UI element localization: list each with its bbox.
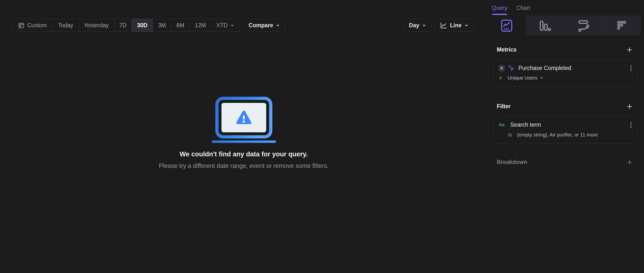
insights-line-icon xyxy=(501,19,512,32)
view-tab-grid-dots[interactable] xyxy=(602,16,641,36)
aggregation-label: Unique Users xyxy=(508,75,537,81)
metrics-title: Metrics xyxy=(497,46,517,53)
date-range-custom[interactable]: Custom xyxy=(12,19,52,32)
tab-chart-label: Chart xyxy=(516,5,530,11)
date-range-30d-selected[interactable]: 30D xyxy=(132,19,152,32)
query-builder-sidebar: Query Chart xyxy=(488,0,644,273)
metric-aggregation-row: # Unique Users xyxy=(498,75,633,81)
calendar-icon xyxy=(18,22,24,29)
line-chart-icon xyxy=(440,21,447,29)
aggregation-dropdown[interactable]: Unique Users xyxy=(508,75,544,81)
metric-card[interactable]: A Purchase Completed # Unique Users xyxy=(493,60,638,86)
granularity-button[interactable]: Day xyxy=(404,19,432,32)
date-range-3m[interactable]: 3M xyxy=(153,19,171,32)
compare-label: Compare xyxy=(248,22,273,29)
view-type-tab-bar xyxy=(488,16,644,36)
metric-letter-badge: A xyxy=(498,65,505,71)
date-range-label: Today xyxy=(58,22,73,29)
breakdown-title: Breakdown xyxy=(497,159,527,165)
empty-state-subtitle: Please try a different date range, event… xyxy=(0,162,488,169)
sidebar-tab-bar: Query Chart xyxy=(488,0,644,16)
plus-icon xyxy=(626,103,633,110)
active-tab-underline xyxy=(492,14,507,15)
filter-card-row: Aa Search term xyxy=(498,122,633,128)
empty-state-title: We couldn't find any data for your query… xyxy=(0,151,488,158)
chart-type-label: Line xyxy=(450,22,462,29)
date-range-yesterday[interactable]: Yesterday xyxy=(78,19,114,32)
event-cursor-sparkle-icon xyxy=(508,65,514,71)
chevron-down-icon xyxy=(230,23,234,27)
compare-button[interactable]: Compare xyxy=(243,19,286,32)
granularity-label: Day xyxy=(409,22,419,29)
chart-type-button[interactable]: Line xyxy=(434,19,474,32)
date-range-12m[interactable]: 12M xyxy=(190,19,211,32)
add-metric-button[interactable] xyxy=(626,47,633,53)
plus-icon xyxy=(626,47,633,53)
view-tab-flows[interactable] xyxy=(564,16,602,36)
flows-icon xyxy=(578,20,589,32)
kebab-menu-icon xyxy=(630,122,632,128)
tab-chart[interactable]: Chart xyxy=(516,0,530,16)
bar-chart-icon xyxy=(539,20,551,32)
date-range-today[interactable]: Today xyxy=(52,19,78,32)
metric-card-row: A Purchase Completed xyxy=(498,65,633,71)
date-range-6m[interactable]: 6M xyxy=(171,19,190,32)
date-range-label: 30D xyxy=(137,22,147,29)
view-tab-bar-chart[interactable] xyxy=(526,16,564,36)
metric-options-button[interactable] xyxy=(629,65,633,71)
query-canvas: Custom Today Yesterday 7D 30D 3M 6M 12M … xyxy=(0,0,488,273)
date-range-label: Yesterday xyxy=(84,22,109,29)
metrics-section-header: Metrics xyxy=(497,46,633,53)
tab-query[interactable]: Query xyxy=(492,0,507,16)
aggregation-symbol: # xyxy=(499,75,508,81)
no-data-laptop-warning-icon xyxy=(211,96,277,143)
add-filter-button[interactable] xyxy=(626,103,633,110)
chevron-down-icon xyxy=(540,76,544,80)
add-breakdown-button[interactable] xyxy=(626,159,633,165)
filter-card[interactable]: Aa Search term Is (empty string), Air pu… xyxy=(493,117,638,143)
date-range-xtd[interactable]: XTD xyxy=(211,19,240,32)
empty-state: We couldn't find any data for your query… xyxy=(0,96,488,169)
chevron-down-icon xyxy=(422,23,426,27)
filter-title: Filter xyxy=(497,103,510,110)
plus-icon xyxy=(626,159,633,165)
grid-dots-icon xyxy=(616,20,628,31)
date-range-label: 7D xyxy=(119,22,126,29)
kebab-menu-icon xyxy=(630,65,632,71)
metric-event-name: Purchase Completed xyxy=(518,65,571,71)
view-tab-insights-line[interactable] xyxy=(488,16,526,36)
filter-values: (empty string), Air purifier, or 11 more xyxy=(517,132,598,138)
filter-section-header: Filter xyxy=(497,103,633,110)
date-range-label: 12M xyxy=(195,22,206,29)
breakdown-section-header: Breakdown xyxy=(497,159,633,165)
filter-operator: Is xyxy=(508,132,512,138)
filter-options-button[interactable] xyxy=(629,122,633,128)
property-type-badge: Aa xyxy=(498,122,505,127)
date-range-label: 6M xyxy=(176,22,184,29)
date-range-segmented-control: Custom Today Yesterday 7D 30D 3M 6M 12M … xyxy=(12,19,240,32)
chevron-down-icon xyxy=(276,23,280,27)
filter-property-name: Search term xyxy=(510,122,541,128)
date-range-label: 3M xyxy=(158,22,166,29)
chart-toolbar: Custom Today Yesterday 7D 30D 3M 6M 12M … xyxy=(12,19,474,32)
display-controls: Day Line xyxy=(404,19,474,32)
date-range-7d[interactable]: 7D xyxy=(114,19,132,32)
date-range-label: XTD xyxy=(216,22,228,29)
tab-query-label: Query xyxy=(492,5,507,11)
date-controls: Custom Today Yesterday 7D 30D 3M 6M 12M … xyxy=(12,19,286,32)
filter-condition-row[interactable]: Is (empty string), Air purifier, or 11 m… xyxy=(498,132,633,138)
date-range-label: Custom xyxy=(27,22,47,29)
chevron-down-icon xyxy=(464,23,468,27)
